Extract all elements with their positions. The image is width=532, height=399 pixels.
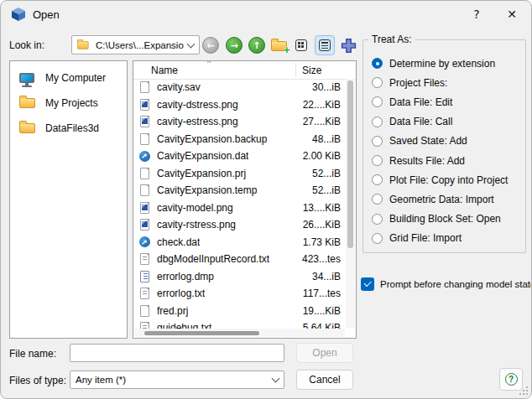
file-row[interactable]: fred.prj 19....KiB [133, 303, 346, 320]
radio-button[interactable] [372, 214, 383, 225]
file-type-icon [138, 304, 150, 318]
prompt-checkbox-label: Prompt before changing model state [380, 279, 532, 289]
title-bar: Open ? ✕ [1, 1, 531, 28]
detail-view-button[interactable] [315, 35, 335, 55]
cancel-button[interactable]: Cancel [296, 370, 353, 390]
treat-as-option[interactable]: Project Files: [372, 73, 522, 92]
file-size: 423...tes [302, 253, 341, 265]
file-size: 22....KiB [303, 99, 341, 111]
up-directory-button[interactable]: ↑ [247, 35, 267, 55]
radio-label: Project Files: [389, 77, 447, 89]
vertical-scrollbar[interactable] [346, 79, 355, 328]
radio-button[interactable] [372, 136, 383, 147]
resize-grip[interactable] [519, 386, 528, 395]
new-folder-button[interactable]: + [269, 35, 289, 55]
horizontal-scrollbar-thumb[interactable] [144, 331, 259, 335]
file-row[interactable]: cavity.sav 30...iB [133, 79, 346, 96]
file-row[interactable]: cavity-model.png 13....KiB [133, 200, 346, 217]
radio-label: Determine by extension [389, 58, 495, 70]
treat-as-option[interactable]: Data File: Edit [372, 92, 522, 111]
app-cube-icon [11, 7, 26, 22]
file-name: cavity.sav [157, 81, 201, 93]
forward-button[interactable]: → [224, 35, 244, 55]
file-type-icon [138, 167, 150, 180]
file-type-value: Any item (*) [76, 375, 269, 385]
treat-as-option[interactable]: Data File: Call [372, 112, 522, 132]
radio-button[interactable] [372, 117, 383, 127]
file-size: 117...tes [303, 288, 341, 299]
treat-as-title: Treat As: [368, 34, 415, 45]
radio-button[interactable] [372, 194, 383, 205]
look-in-label: Look in: [9, 39, 44, 51]
file-type-icon [138, 321, 150, 329]
file-row[interactable]: cavity-dstress.png 22....KiB [133, 96, 346, 114]
radio-button[interactable] [372, 155, 383, 166]
treat-as-option[interactable]: Determine by extension [372, 54, 522, 73]
file-row[interactable]: CavityExpansion.temp 52...iB [133, 182, 346, 200]
radio-button[interactable] [372, 174, 383, 185]
treat-as-option[interactable]: Building Block Set: Open [372, 210, 522, 229]
column-divider[interactable] [295, 63, 296, 77]
horizontal-scrollbar[interactable] [134, 329, 345, 337]
file-type-icon [138, 80, 150, 94]
file-name-input[interactable] [70, 344, 284, 362]
file-row[interactable]: CavityExpansion.dat 2.00 KiB [133, 148, 346, 165]
treat-as-options: Determine by extension Project Files: Da… [372, 54, 522, 248]
sidebar-item[interactable]: My Projects [10, 91, 127, 116]
radio-button[interactable] [372, 77, 383, 88]
file-size: 48...iB [312, 133, 341, 145]
file-name-label: File name: [9, 348, 56, 360]
radio-label: Grid File: Import [389, 232, 462, 244]
sidebar-item[interactable]: DataFiles3d [10, 116, 127, 141]
prompt-checkbox-row[interactable]: Prompt before changing model state [361, 277, 532, 291]
column-header-name[interactable]: Name [151, 65, 178, 76]
icon-view-button[interactable] [291, 35, 311, 55]
file-row[interactable]: cavity-rstress.png 26....KiB [133, 216, 346, 234]
vertical-scrollbar-thumb[interactable] [347, 80, 353, 248]
treat-as-option[interactable]: Geometric Data: Import [372, 189, 522, 209]
sidebar-item[interactable]: My Computer [10, 65, 127, 91]
file-row[interactable]: CavityExpansion.prj 52...iB [133, 165, 346, 183]
titlebar-help-button[interactable]: ? [466, 5, 488, 23]
column-header-size[interactable]: Size [302, 65, 321, 76]
file-type-combobox[interactable]: Any item (*) [70, 370, 284, 389]
file-name: guidebug.txt [157, 322, 211, 329]
look-in-combobox[interactable]: C:\Users\...Expansion [71, 35, 200, 54]
file-name: CavityExpansion.temp [157, 184, 257, 196]
up-arrow-icon: ↑ [248, 37, 265, 54]
file-type-icon [138, 201, 150, 215]
radio-label: Plot File: Copy into Project [389, 174, 508, 186]
help-icon: ? [505, 373, 518, 386]
file-row[interactable]: check.dat 1.73 KiB [133, 234, 346, 251]
back-button[interactable]: ← [201, 35, 221, 55]
close-button[interactable]: ✕ [501, 5, 523, 23]
treat-as-option[interactable]: Grid File: Import [372, 229, 522, 248]
file-row[interactable]: errorlog.dmp 34...iB [133, 268, 346, 286]
folder-icon [77, 39, 91, 51]
treat-as-option[interactable]: Results File: Add [372, 151, 522, 170]
file-type-icon [138, 218, 150, 231]
files-of-type-label: Files of type: [9, 375, 66, 386]
file-size: 2.00 KiB [303, 150, 341, 162]
file-row[interactable]: CavityExpansion.backup 48...iB [133, 131, 346, 148]
treat-as-option[interactable]: Plot File: Copy into Project [372, 170, 522, 189]
radio-button[interactable] [372, 96, 383, 107]
list-header: Name ^ Size [133, 61, 356, 80]
file-name: cavity-estress.png [157, 116, 238, 127]
back-arrow-icon: ← [202, 37, 219, 54]
open-button[interactable]: Open [296, 343, 353, 363]
file-row[interactable]: dbgModelInputRecord.txt 423...tes [133, 251, 346, 268]
file-type-icon [138, 270, 150, 283]
checkbox-checked-icon[interactable] [361, 277, 374, 291]
file-size: 27....KiB [303, 116, 341, 127]
file-name: CavityExpansion.dat [157, 150, 248, 162]
radio-button[interactable] [372, 233, 383, 244]
add-favorite-button[interactable] [338, 35, 358, 55]
radio-button[interactable] [372, 58, 383, 69]
file-name: CavityExpansion.backup [157, 133, 267, 145]
file-row[interactable]: guidebug.txt 5.64 KiB [133, 319, 346, 329]
chevron-down-icon [272, 375, 280, 383]
file-row[interactable]: errorlog.txt 117...tes [133, 285, 346, 303]
file-row[interactable]: cavity-estress.png 27....KiB [133, 113, 346, 131]
treat-as-option[interactable]: Saved State: Add [372, 132, 522, 151]
